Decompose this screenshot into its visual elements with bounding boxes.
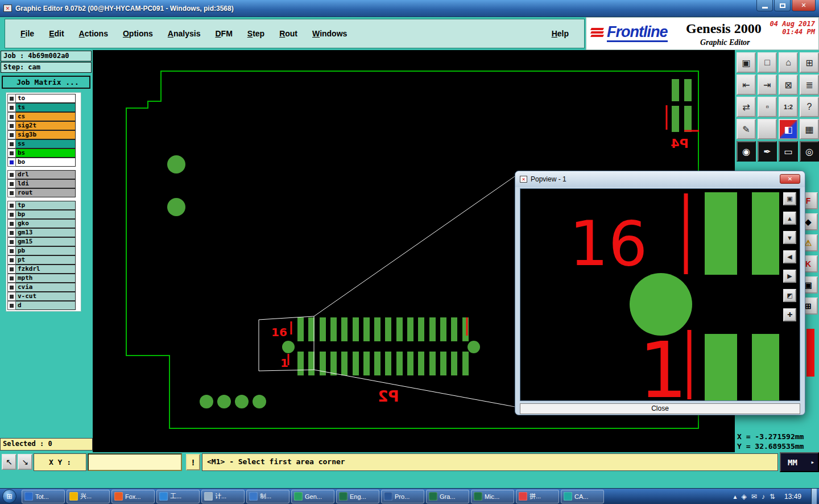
layer-row-to[interactable]: to <box>7 94 76 103</box>
menu-file[interactable]: File <box>13 29 42 38</box>
taskbar-item-xing[interactable]: 兴... <box>67 490 110 503</box>
popview-pan-up-icon[interactable]: ▲ <box>783 212 796 225</box>
pan-right-icon[interactable]: ⇥ <box>758 75 777 95</box>
minimize-button[interactable] <box>756 0 773 11</box>
color-layers-icon[interactable]: ◧ <box>779 119 798 139</box>
tray-volume-icon[interactable]: ♪ <box>762 493 765 501</box>
layer-row-ts[interactable]: ts <box>7 103 76 112</box>
menu-rout[interactable]: Rout <box>272 29 305 38</box>
start-button[interactable]: ⊞ <box>2 489 16 503</box>
layer-checkbox[interactable] <box>7 158 16 167</box>
taskbar-item-cam[interactable]: CA... <box>561 490 604 503</box>
alert-button[interactable]: ! <box>186 454 200 470</box>
layer-checkbox[interactable] <box>7 94 16 103</box>
job-matrix-button[interactable]: Job Matrix ... <box>2 76 90 89</box>
layer-checkbox[interactable] <box>7 139 16 148</box>
layer-row-bo[interactable]: bo <box>7 158 76 167</box>
menu-step[interactable]: Step <box>240 29 272 38</box>
layer-checkbox[interactable] <box>7 301 16 310</box>
taskbar-item-foxmail[interactable]: Fox... <box>111 490 155 503</box>
pick-coordinate-button-1[interactable]: ↖ <box>2 454 16 470</box>
layer-row-drl[interactable]: drl <box>7 170 76 179</box>
taskbar-item-gra[interactable]: Gra... <box>426 490 469 503</box>
taskbar-item-totalcmd[interactable]: Tot... <box>22 490 65 503</box>
zoom-ratio-button[interactable]: 1:2 <box>779 97 798 117</box>
taskbar-item-gong[interactable]: 工... <box>156 490 200 503</box>
layer-checkbox[interactable] <box>7 170 16 179</box>
menu-options[interactable]: Options <box>115 29 160 38</box>
show-desktop-button[interactable] <box>811 489 817 504</box>
popview-close-icon[interactable]: ✕ <box>780 174 800 184</box>
layer-checkbox[interactable] <box>7 112 16 121</box>
layer-checkbox[interactable] <box>7 283 16 292</box>
popview-close-button[interactable]: Close <box>520 403 800 414</box>
tray-app-icon[interactable]: ◈ <box>742 493 747 501</box>
menu-help[interactable]: Help <box>544 29 576 38</box>
layer-checkbox[interactable] <box>7 148 16 158</box>
layer-row-pb[interactable]: pb <box>7 246 76 255</box>
layer-checkbox[interactable] <box>7 237 16 246</box>
layer-row-vcut[interactable]: v-cut <box>7 292 76 301</box>
menu-actions[interactable]: Actions <box>72 29 115 38</box>
popview-pan-down-icon[interactable]: ▼ <box>783 231 796 244</box>
hidden-icons-chevron[interactable]: ▴ <box>734 493 737 501</box>
layer-row-bs[interactable]: bs <box>7 148 76 158</box>
popview-window-tool-icon[interactable]: ▣ <box>783 192 796 205</box>
layer-row-fzkdrl[interactable]: fzkdrl <box>7 265 76 274</box>
menu-windows[interactable]: Windows <box>305 29 354 38</box>
blank-tool-icon[interactable] <box>758 119 777 139</box>
grid-toggle-icon[interactable]: ⊞ <box>800 52 819 73</box>
layer-checkbox[interactable] <box>7 210 16 219</box>
popview-pan-left-icon[interactable]: ◀ <box>783 250 796 263</box>
layer-row-pt[interactable]: pt <box>7 255 76 265</box>
swap-view-icon[interactable]: ⇄ <box>737 97 756 117</box>
home-view-icon[interactable]: ⌂ <box>779 52 798 73</box>
menu-dfm[interactable]: DFM <box>208 29 239 38</box>
help-icon[interactable]: ? <box>800 97 819 117</box>
layer-row-cvia[interactable]: cvia <box>7 283 76 292</box>
popview-center-icon[interactable]: ✚ <box>783 308 796 321</box>
layer-row-sig3b[interactable]: sig3b <box>7 130 76 139</box>
layer-checkbox[interactable] <box>7 103 16 112</box>
layer-checkbox[interactable] <box>7 265 16 274</box>
taskbar-item-pin[interactable]: 拼... <box>516 490 559 503</box>
layer-checkbox[interactable] <box>7 274 16 283</box>
ruler-tool-icon[interactable]: ▭ <box>779 141 798 162</box>
layer-checkbox[interactable] <box>7 255 16 265</box>
layer-checkbox[interactable] <box>7 219 16 228</box>
layer-row-mpth[interactable]: mpth <box>7 274 76 283</box>
taskbar-item-pro[interactable]: Pro... <box>381 490 424 503</box>
layer-list-icon[interactable]: ≣ <box>800 75 819 95</box>
pick-coordinate-button-2[interactable]: ↘ <box>18 454 32 470</box>
layer-checkbox[interactable] <box>7 292 16 301</box>
layer-row-ss[interactable]: ss <box>7 139 76 148</box>
layer-row-tp[interactable]: tp <box>7 201 76 210</box>
layer-checkbox[interactable] <box>7 228 16 237</box>
menu-analysis[interactable]: Analysis <box>160 29 208 38</box>
popview-titlebar[interactable]: ✕ Popview - 1 ✕ <box>515 171 805 187</box>
layer-row-sig2t[interactable]: sig2t <box>7 121 76 130</box>
target-tool-icon[interactable]: ◎ <box>800 141 819 162</box>
layer-row-cs[interactable]: cs <box>7 112 76 121</box>
highlight-box-icon[interactable]: ▫ <box>758 97 777 117</box>
taskbar-item-zhi[interactable]: 制... <box>246 490 289 503</box>
popview-pan-right-icon[interactable]: ▶ <box>783 270 796 283</box>
maximize-button[interactable] <box>774 0 791 11</box>
taskbar-item-genesis[interactable]: Gen... <box>291 490 334 503</box>
layer-checkbox[interactable] <box>7 121 16 130</box>
taskbar-item-eng[interactable]: Eng... <box>336 490 379 503</box>
pan-left-icon[interactable]: ⇤ <box>737 75 756 95</box>
units-button[interactable]: MM ▸ <box>780 452 819 472</box>
layer-row-gm13[interactable]: gm13 <box>7 228 76 237</box>
layer-row-d[interactable]: d <box>7 301 76 310</box>
hatch-tool-icon[interactable]: ▦ <box>800 119 819 139</box>
layer-row-gko[interactable]: gko <box>7 219 76 228</box>
layer-row-bp[interactable]: bp <box>7 210 76 219</box>
dot-tool-icon[interactable]: ◉ <box>737 141 756 162</box>
layer-checkbox[interactable] <box>7 201 16 210</box>
close-button[interactable]: ✕ <box>792 0 816 11</box>
xy-input[interactable] <box>88 453 182 471</box>
zoom-area-icon[interactable]: ⊠ <box>779 75 798 95</box>
tray-mail-icon[interactable]: ✉ <box>751 493 757 501</box>
layer-checkbox[interactable] <box>7 130 16 139</box>
